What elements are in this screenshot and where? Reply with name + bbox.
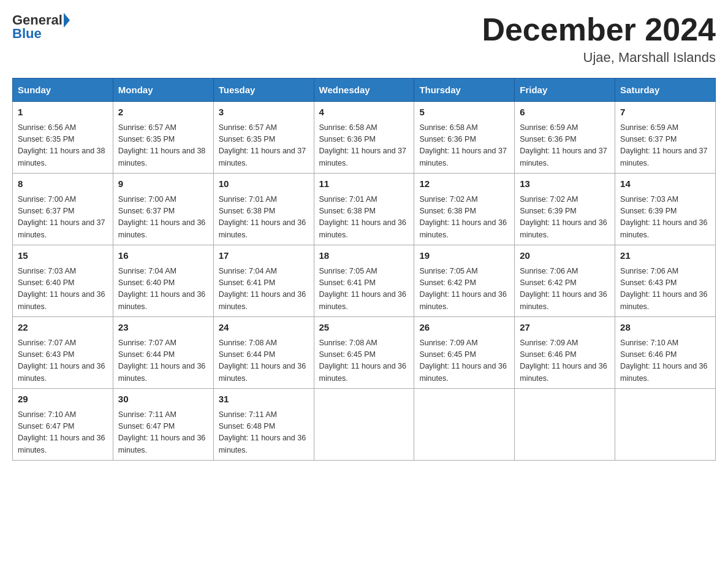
day-number: 18: [319, 249, 409, 263]
day-number: 10: [219, 177, 309, 191]
day-number: 21: [620, 249, 710, 263]
day-info: Sunrise: 6:56 AMSunset: 6:35 PMDaylight:…: [18, 122, 108, 170]
day-number: 11: [319, 177, 409, 191]
calendar-header-tuesday: Tuesday: [213, 79, 314, 102]
table-row: 28Sunrise: 7:10 AMSunset: 6:46 PMDayligh…: [615, 317, 716, 389]
table-row: 6Sunrise: 6:59 AMSunset: 6:36 PMDaylight…: [515, 102, 615, 174]
day-info: Sunrise: 7:00 AMSunset: 6:37 PMDaylight:…: [18, 194, 108, 242]
table-row: 22Sunrise: 7:07 AMSunset: 6:43 PMDayligh…: [13, 317, 113, 389]
day-number: 16: [118, 249, 208, 263]
day-number: 27: [520, 321, 610, 335]
table-row: 23Sunrise: 7:07 AMSunset: 6:44 PMDayligh…: [113, 317, 213, 389]
table-row: 29Sunrise: 7:10 AMSunset: 6:47 PMDayligh…: [13, 389, 113, 461]
calendar-header-friday: Friday: [515, 79, 615, 102]
day-info: Sunrise: 7:03 AMSunset: 6:39 PMDaylight:…: [620, 194, 710, 242]
day-number: 9: [118, 177, 208, 191]
day-info: Sunrise: 6:59 AMSunset: 6:36 PMDaylight:…: [520, 122, 610, 170]
day-info: Sunrise: 7:03 AMSunset: 6:40 PMDaylight:…: [18, 266, 108, 313]
day-number: 12: [419, 177, 509, 191]
day-info: Sunrise: 6:57 AMSunset: 6:35 PMDaylight:…: [118, 122, 208, 170]
calendar-header-row: SundayMondayTuesdayWednesdayThursdayFrid…: [13, 79, 716, 102]
calendar-week-row: 22Sunrise: 7:07 AMSunset: 6:43 PMDayligh…: [13, 317, 716, 389]
table-row: 11Sunrise: 7:01 AMSunset: 6:38 PMDayligh…: [314, 174, 414, 245]
day-info: Sunrise: 7:10 AMSunset: 6:47 PMDaylight:…: [18, 409, 108, 457]
table-row: 3Sunrise: 6:57 AMSunset: 6:35 PMDaylight…: [213, 102, 314, 174]
day-info: Sunrise: 7:06 AMSunset: 6:42 PMDaylight:…: [520, 266, 610, 313]
calendar-week-row: 8Sunrise: 7:00 AMSunset: 6:37 PMDaylight…: [13, 174, 716, 245]
table-row: 31Sunrise: 7:11 AMSunset: 6:48 PMDayligh…: [213, 389, 314, 461]
calendar-header-sunday: Sunday: [13, 79, 113, 102]
day-number: 17: [219, 249, 309, 263]
day-info: Sunrise: 7:08 AMSunset: 6:45 PMDaylight:…: [319, 337, 409, 385]
table-row: 20Sunrise: 7:06 AMSunset: 6:42 PMDayligh…: [515, 245, 615, 317]
day-info: Sunrise: 7:02 AMSunset: 6:38 PMDaylight:…: [419, 194, 509, 242]
table-row: 24Sunrise: 7:08 AMSunset: 6:44 PMDayligh…: [213, 317, 314, 389]
day-number: 7: [620, 105, 710, 120]
day-number: 22: [18, 321, 108, 335]
page-header: General Blue December 2024 Ujae, Marshal…: [12, 12, 716, 66]
day-number: 30: [118, 393, 208, 407]
day-info: Sunrise: 7:05 AMSunset: 6:42 PMDaylight:…: [419, 266, 509, 313]
day-info: Sunrise: 6:58 AMSunset: 6:36 PMDaylight:…: [419, 122, 509, 170]
day-info: Sunrise: 7:07 AMSunset: 6:43 PMDaylight:…: [18, 337, 108, 385]
day-info: Sunrise: 6:57 AMSunset: 6:35 PMDaylight:…: [219, 122, 309, 170]
table-row: 5Sunrise: 6:58 AMSunset: 6:36 PMDaylight…: [414, 102, 515, 174]
table-row: 12Sunrise: 7:02 AMSunset: 6:38 PMDayligh…: [414, 174, 515, 245]
day-number: 31: [219, 393, 309, 407]
calendar-week-row: 15Sunrise: 7:03 AMSunset: 6:40 PMDayligh…: [13, 245, 716, 317]
day-number: 1: [18, 105, 108, 120]
table-row: 16Sunrise: 7:04 AMSunset: 6:40 PMDayligh…: [113, 245, 213, 317]
table-row: 19Sunrise: 7:05 AMSunset: 6:42 PMDayligh…: [414, 245, 515, 317]
table-row: 10Sunrise: 7:01 AMSunset: 6:38 PMDayligh…: [213, 174, 314, 245]
table-row: 21Sunrise: 7:06 AMSunset: 6:43 PMDayligh…: [615, 245, 716, 317]
day-number: 15: [18, 249, 108, 263]
day-number: 14: [620, 177, 710, 191]
day-number: 3: [219, 105, 309, 120]
title-block: December 2024 Ujae, Marshall Islands: [482, 12, 716, 66]
table-row: [615, 389, 716, 461]
day-number: 20: [520, 249, 610, 263]
day-info: Sunrise: 7:11 AMSunset: 6:47 PMDaylight:…: [118, 409, 208, 457]
day-info: Sunrise: 7:04 AMSunset: 6:41 PMDaylight:…: [219, 266, 309, 313]
day-number: 4: [319, 105, 409, 120]
day-number: 6: [520, 105, 610, 120]
table-row: 9Sunrise: 7:00 AMSunset: 6:37 PMDaylight…: [113, 174, 213, 245]
logo: General Blue: [12, 12, 70, 42]
table-row: 7Sunrise: 6:59 AMSunset: 6:37 PMDaylight…: [615, 102, 716, 174]
day-number: 28: [620, 321, 710, 335]
day-info: Sunrise: 7:07 AMSunset: 6:44 PMDaylight:…: [118, 337, 208, 385]
calendar-week-row: 1Sunrise: 6:56 AMSunset: 6:35 PMDaylight…: [13, 102, 716, 174]
table-row: 1Sunrise: 6:56 AMSunset: 6:35 PMDaylight…: [13, 102, 113, 174]
table-row: 8Sunrise: 7:00 AMSunset: 6:37 PMDaylight…: [13, 174, 113, 245]
day-number: 24: [219, 321, 309, 335]
day-info: Sunrise: 7:01 AMSunset: 6:38 PMDaylight:…: [319, 194, 409, 242]
table-row: 18Sunrise: 7:05 AMSunset: 6:41 PMDayligh…: [314, 245, 414, 317]
day-info: Sunrise: 7:09 AMSunset: 6:45 PMDaylight:…: [419, 337, 509, 385]
table-row: [314, 389, 414, 461]
day-number: 8: [18, 177, 108, 191]
table-row: 25Sunrise: 7:08 AMSunset: 6:45 PMDayligh…: [314, 317, 414, 389]
logo-text-blue: Blue: [12, 26, 70, 42]
table-row: 13Sunrise: 7:02 AMSunset: 6:39 PMDayligh…: [515, 174, 615, 245]
day-number: 5: [419, 105, 509, 120]
day-info: Sunrise: 7:06 AMSunset: 6:43 PMDaylight:…: [620, 266, 710, 313]
page-title: December 2024: [482, 12, 716, 47]
day-info: Sunrise: 6:59 AMSunset: 6:37 PMDaylight:…: [620, 122, 710, 170]
day-number: 19: [419, 249, 509, 263]
calendar-header-monday: Monday: [113, 79, 213, 102]
calendar-header-saturday: Saturday: [615, 79, 716, 102]
table-row: 27Sunrise: 7:09 AMSunset: 6:46 PMDayligh…: [515, 317, 615, 389]
day-number: 26: [419, 321, 509, 335]
day-info: Sunrise: 7:09 AMSunset: 6:46 PMDaylight:…: [520, 337, 610, 385]
calendar-week-row: 29Sunrise: 7:10 AMSunset: 6:47 PMDayligh…: [13, 389, 716, 461]
day-number: 25: [319, 321, 409, 335]
day-info: Sunrise: 7:01 AMSunset: 6:38 PMDaylight:…: [219, 194, 309, 242]
day-number: 29: [18, 393, 108, 407]
table-row: [515, 389, 615, 461]
table-row: 4Sunrise: 6:58 AMSunset: 6:36 PMDaylight…: [314, 102, 414, 174]
day-info: Sunrise: 7:04 AMSunset: 6:40 PMDaylight:…: [118, 266, 208, 313]
table-row: 15Sunrise: 7:03 AMSunset: 6:40 PMDayligh…: [13, 245, 113, 317]
page-subtitle: Ujae, Marshall Islands: [482, 50, 716, 66]
table-row: [414, 389, 515, 461]
calendar-header-wednesday: Wednesday: [314, 79, 414, 102]
